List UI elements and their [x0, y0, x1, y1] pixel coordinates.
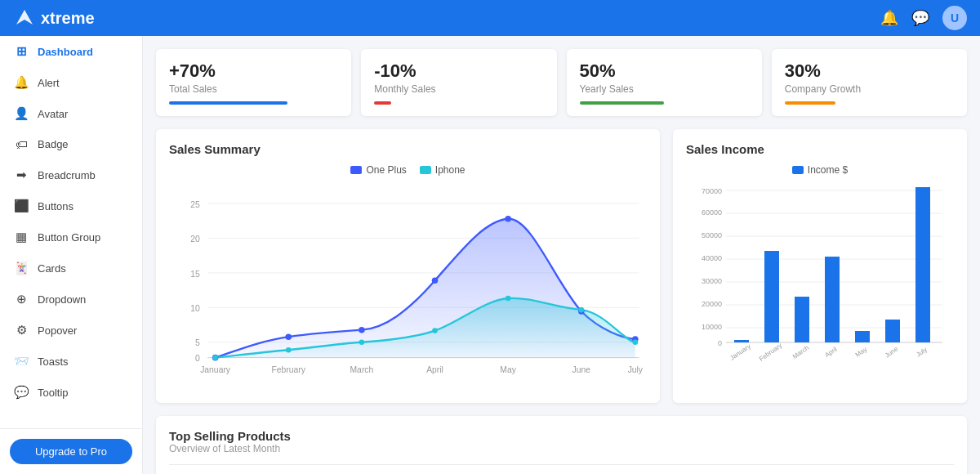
svg-text:40000: 40000 — [702, 254, 722, 262]
stat-card-2: 50% Yearly Sales — [567, 49, 762, 116]
alert-icon: 🔔 — [13, 75, 29, 90]
stat-card-0: +70% Total Sales — [156, 49, 351, 116]
stat-bar-1 — [374, 101, 391, 105]
svg-rect-54 — [855, 331, 870, 342]
brand-name: xtreme — [41, 9, 95, 28]
svg-text:60000: 60000 — [702, 208, 722, 217]
sidebar-item-button-group[interactable]: ▦ Button Group — [0, 221, 142, 253]
svg-text:February: February — [758, 342, 783, 363]
svg-text:0: 0 — [718, 339, 722, 347]
brand-logo — [13, 7, 36, 29]
legend-oneplus-label: One Plus — [366, 164, 406, 176]
button-group-icon: ▦ — [13, 230, 29, 244]
sidebar-label-tooltip: Tooltip — [38, 387, 69, 399]
stat-bar-3 — [785, 101, 835, 105]
svg-text:March: March — [791, 344, 810, 360]
svg-rect-50 — [734, 340, 749, 342]
stat-value-3: 30% — [785, 60, 954, 82]
svg-point-32 — [578, 307, 584, 313]
svg-text:April: April — [823, 346, 838, 360]
sidebar-item-buttons[interactable]: ⬛ Buttons — [0, 190, 142, 221]
svg-rect-55 — [885, 320, 900, 342]
stat-value-0: +70% — [169, 60, 338, 82]
popover-icon: ⚙ — [13, 323, 29, 338]
stat-label-0: Total Sales — [169, 83, 338, 95]
svg-text:June: June — [572, 366, 591, 375]
dropdown-icon: ⊕ — [13, 292, 29, 306]
svg-text:February: February — [272, 366, 306, 375]
sidebar-item-badge[interactable]: 🏷 Badge — [0, 129, 142, 159]
sidebar-item-alert[interactable]: 🔔 Alert — [0, 67, 142, 98]
svg-text:15: 15 — [190, 270, 200, 279]
sales-income-title: Sales Income — [686, 142, 954, 156]
navbar: xtreme 🔔 💬 U — [0, 0, 980, 36]
sidebar-item-dropdown[interactable]: ⊕ Dropdown — [0, 284, 142, 315]
sidebar-item-toasts[interactable]: 📨 Toasts — [0, 346, 142, 377]
svg-point-28 — [286, 347, 292, 353]
sidebar-item-tooltip[interactable]: 💬 Tooltip — [0, 377, 142, 408]
sales-summary-legend: One Plus Iphone — [169, 164, 647, 176]
sidebar-item-dashboard[interactable]: ⊞ Dashboard — [0, 36, 142, 67]
dashboard-icon: ⊞ — [13, 44, 29, 59]
badge-icon: 🏷 — [13, 137, 29, 151]
stat-value-2: 50% — [580, 60, 749, 82]
svg-point-30 — [432, 328, 438, 333]
svg-point-27 — [212, 355, 218, 360]
svg-point-24 — [505, 216, 511, 222]
avatar[interactable]: U — [942, 6, 967, 30]
breadcrumb-icon: ➡ — [13, 168, 29, 182]
avatar-icon: 👤 — [13, 106, 29, 121]
stat-bar-2 — [580, 101, 665, 105]
notification-icon: 🔔 — [880, 9, 898, 27]
svg-point-33 — [633, 339, 639, 345]
sidebar-label-toasts: Toasts — [38, 356, 69, 368]
sidebar-item-cards[interactable]: 🃏 Cards — [0, 253, 142, 284]
svg-rect-52 — [795, 297, 809, 342]
sidebar-label-popover: Popover — [38, 324, 77, 337]
sales-income-legend: Income $ — [686, 164, 954, 176]
legend-income-dot — [792, 166, 804, 174]
brand: xtreme — [13, 7, 95, 29]
svg-text:25: 25 — [190, 200, 200, 209]
sidebar-label-dropdown: Dropdown — [38, 293, 86, 306]
sales-summary-card: Sales Summary One Plus Iphone — [156, 129, 660, 403]
svg-text:50000: 50000 — [702, 231, 722, 239]
stat-card-1: -10% Monthly Sales — [361, 49, 556, 116]
main-content: +70% Total Sales -10% Monthly Sales 50% … — [143, 36, 980, 474]
svg-text:January: January — [200, 366, 231, 375]
buttons-icon: ⬛ — [13, 199, 29, 213]
sidebar-label-buttons: Buttons — [38, 200, 74, 212]
charts-row: Sales Summary One Plus Iphone — [156, 129, 967, 403]
svg-rect-51 — [764, 251, 779, 342]
svg-text:20000: 20000 — [702, 300, 722, 308]
sales-summary-title: Sales Summary — [169, 142, 647, 156]
notification-button[interactable]: 🔔 — [880, 9, 898, 27]
svg-point-21 — [285, 333, 292, 340]
sidebar-label-avatar: Avatar — [38, 108, 68, 120]
messages-button[interactable]: 💬 — [911, 9, 929, 27]
svg-text:July: July — [628, 366, 644, 375]
legend-oneplus: One Plus — [350, 164, 406, 176]
sidebar-label-button-group: Button Group — [38, 231, 100, 244]
cards-icon: 🃏 — [13, 261, 29, 275]
svg-text:30000: 30000 — [702, 277, 722, 285]
sidebar-item-popover[interactable]: ⚙ Popover — [0, 315, 142, 346]
svg-point-29 — [359, 339, 365, 345]
stat-label-3: Company Growth — [785, 83, 954, 95]
sales-income-card: Sales Income Income $ — [673, 129, 967, 403]
stat-label-2: Yearly Sales — [580, 83, 749, 95]
svg-point-22 — [359, 327, 365, 333]
table-header: ProductsLicenseSupport AgentTechnologyTi… — [169, 464, 954, 474]
upgrade-button[interactable]: Upgrade to Pro — [10, 439, 132, 464]
tooltip-icon: 💬 — [13, 385, 29, 400]
legend-income: Income $ — [792, 164, 848, 176]
navbar-actions: 🔔 💬 U — [880, 6, 967, 30]
legend-iphone-label: Iphone — [435, 164, 466, 176]
svg-text:70000: 70000 — [702, 187, 722, 195]
sidebar-item-avatar[interactable]: 👤 Avatar — [0, 98, 142, 129]
sidebar-label-breadcrumb: Breadcrumb — [38, 169, 96, 181]
main-layout: ⊞ Dashboard🔔 Alert👤 Avatar🏷 Badge➡ Bread… — [0, 36, 980, 474]
legend-oneplus-dot — [350, 166, 362, 174]
sidebar-label-alert: Alert — [38, 77, 60, 89]
sidebar-item-breadcrumb[interactable]: ➡ Breadcrumb — [0, 159, 142, 190]
